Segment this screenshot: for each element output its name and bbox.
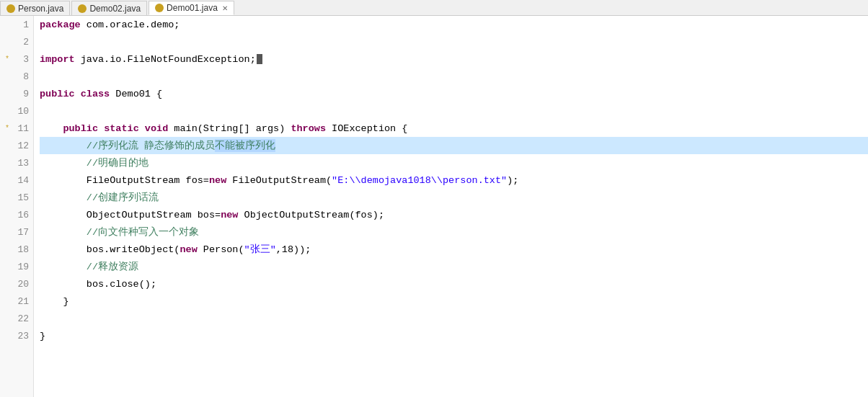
line-number-14: 14 <box>12 175 29 186</box>
indent-20 <box>40 279 87 290</box>
gutter-line-12: 12 <box>3 137 29 154</box>
keyword-import: import <box>40 54 75 65</box>
line-number-22: 22 <box>12 313 29 324</box>
line-number-15: 15 <box>12 192 29 203</box>
line-number-16: 16 <box>12 210 29 220</box>
gutter-line-20: 20 <box>3 275 29 293</box>
text-11b: IOException { <box>326 123 407 134</box>
tab-icon <box>155 4 164 12</box>
keyword-new-14: new <box>209 175 226 186</box>
gutter-line-1: 1 <box>3 16 29 33</box>
tab-icon <box>78 4 87 13</box>
gutter-line-9: 9 <box>3 85 29 102</box>
gutter-line-3: * 3 <box>3 50 29 68</box>
keyword-static: static <box>104 123 139 134</box>
line-number-1: 1 <box>12 19 29 30</box>
keyword-public-9: public <box>40 89 75 99</box>
tab-close-icon[interactable]: ✕ <box>222 4 228 12</box>
text-9: Demo01 { <box>110 89 162 99</box>
code-line-19: //释放资源 <box>40 258 868 275</box>
sp2 <box>139 123 145 134</box>
code-line-20: bos.close(); <box>40 275 868 293</box>
keyword-public-11: public <box>63 123 98 134</box>
indent-14 <box>40 175 87 186</box>
code-line-14: FileOutputStream fos= new FileOutputStre… <box>40 171 868 189</box>
space-9a <box>75 89 81 99</box>
keyword-new-18: new <box>180 244 197 255</box>
gutter-line-11: * 11 <box>3 120 29 137</box>
indent-11 <box>40 123 63 134</box>
line-number-2: 2 <box>12 37 29 48</box>
indent-21 <box>40 296 63 307</box>
text-14c: ); <box>507 175 518 186</box>
string-14: "E:\\demojava1018\\person.txt" <box>332 175 507 186</box>
gutter-line-17: 17 <box>3 223 29 241</box>
cursor-3 <box>257 54 262 64</box>
code-line-15: //创建序列话流 <box>40 189 868 206</box>
line-number-8: 8 <box>12 71 29 82</box>
code-line-10 <box>40 102 868 120</box>
gutter-line-13: 13 <box>3 154 29 171</box>
comment-13: //明确目的地 <box>87 156 149 169</box>
code-area[interactable]: package com.oracle.demo; import java.io.… <box>34 16 868 397</box>
indent-16 <box>40 210 87 220</box>
line-number-13: 13 <box>12 158 29 169</box>
line-number-9: 9 <box>12 89 29 99</box>
code-line-11: public static void main(String[] args) t… <box>40 120 868 137</box>
line-number-18: 18 <box>12 244 29 255</box>
text-18b: Person( <box>198 244 244 255</box>
code-lines: package com.oracle.demo; import java.io.… <box>34 16 868 344</box>
comment-12-sel: 不能被序列化 <box>215 139 275 152</box>
line-number-21: 21 <box>12 296 29 307</box>
comment-12: //序列化流 静态修饰的成员 <box>87 139 215 152</box>
string-18: "张三" <box>244 243 276 256</box>
indent-17 <box>40 227 87 238</box>
comment-15: //创建序列话流 <box>87 191 159 204</box>
tab-label: Demo02.java <box>89 4 141 14</box>
gutter-line-14: 14 <box>3 171 29 189</box>
text-16b: ObjectOutputStream(fos); <box>238 210 384 220</box>
code-line-3: import java.io.FileNotFoundException; <box>40 50 868 68</box>
text-14b: FileOutputStream( <box>226 175 332 186</box>
gutter-line-18: 18 <box>3 241 29 258</box>
gutter-line-2: 2 <box>3 33 29 50</box>
code-line-17: //向文件种写入一个对象 <box>40 223 868 241</box>
code-line-16: ObjectOutputStream bos= new ObjectOutput… <box>40 206 868 223</box>
text-3: java.io.FileNotFoundException; <box>75 54 256 65</box>
keyword-void: void <box>145 123 168 134</box>
keyword-throws: throws <box>291 123 326 134</box>
code-line-21: } <box>40 293 868 310</box>
code-line-1: package com.oracle.demo; <box>40 16 868 33</box>
line-number-19: 19 <box>12 262 29 272</box>
keyword-package: package <box>40 19 81 30</box>
gutter-line-8: 8 <box>3 68 29 85</box>
tab-bar: Person.java Demo02.java Demo01.java ✕ <box>0 0 868 16</box>
comment-17: //向文件种写入一个对象 <box>87 226 199 238</box>
gutter-line-22: 22 <box>3 310 29 327</box>
text-20: bos.close(); <box>87 279 156 290</box>
line-marker-3: * <box>3 55 12 63</box>
code-line-13: //明确目的地 <box>40 154 868 171</box>
text-1: com.oracle.demo; <box>81 19 180 30</box>
gutter-line-19: 19 <box>3 258 29 275</box>
tab-demo01-java[interactable]: Demo01.java ✕ <box>149 1 234 15</box>
line-number-10: 10 <box>12 106 29 117</box>
keyword-class: class <box>81 89 110 99</box>
indent-13 <box>40 158 87 169</box>
text-18a: bos.writeObject( <box>87 244 180 255</box>
line-number-20: 20 <box>12 279 29 290</box>
tab-label: Demo01.java <box>167 3 218 13</box>
text-11a: main(String[] args) <box>168 123 291 134</box>
line-number-23: 23 <box>12 331 29 342</box>
tab-demo02-java[interactable]: Demo02.java <box>71 1 147 15</box>
line-number-11: 11 <box>12 123 29 134</box>
line-marker-11: * <box>3 125 12 133</box>
indent-15 <box>40 192 87 203</box>
text-16a: ObjectOutputStream bos= <box>87 210 221 220</box>
text-14a: FileOutputStream fos= <box>87 175 209 186</box>
code-line-2 <box>40 33 868 50</box>
gutter-line-10: 10 <box>3 102 29 120</box>
indent-12 <box>40 140 87 151</box>
tab-person-java[interactable]: Person.java <box>0 1 70 15</box>
text-18c: ,18)); <box>276 244 311 255</box>
